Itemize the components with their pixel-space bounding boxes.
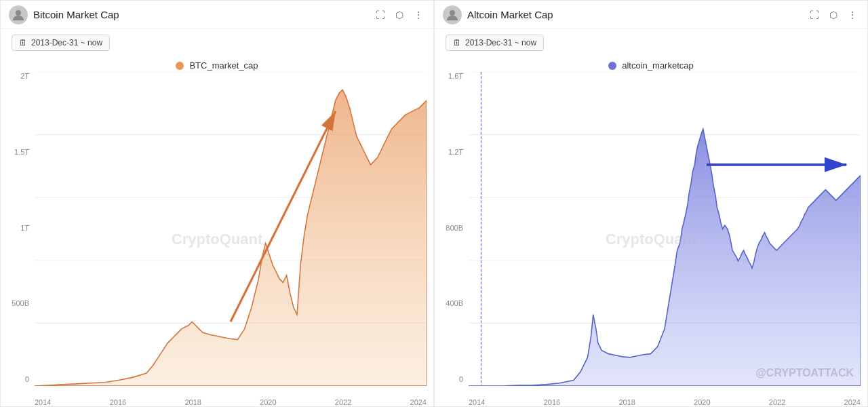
btc-y-2t: 2T xyxy=(1,72,33,80)
btc-x-2016: 2016 xyxy=(110,398,126,406)
altcoin-panel-header: Altcoin Market Cap ⛶ ⬡ ⋮ xyxy=(435,1,867,29)
altcoin-x-2018: 2018 xyxy=(618,398,635,406)
btc-chart-panel: Bitcoin Market Cap ⛶ ⬡ ⋮ 🗓 2013-Dec-31 ~… xyxy=(0,0,434,407)
altcoin-legend-label: altcoin_marketcap xyxy=(622,60,694,71)
btc-date-range-text: 2013-Dec-31 ~ now xyxy=(31,38,102,47)
altcoin-more-icon[interactable]: ⋮ xyxy=(846,8,859,22)
altcoin-x-axis: 2014 2016 2018 2020 2022 2024 xyxy=(469,393,861,406)
altcoin-date-badge[interactable]: 🗓 2013-Dec-31 ~ now xyxy=(446,35,544,51)
svg-point-7 xyxy=(450,10,455,16)
btc-y-0: 0 xyxy=(1,375,33,383)
btc-expand-icon[interactable]: ⛶ xyxy=(374,8,387,22)
btc-header-left: Bitcoin Market Cap xyxy=(9,5,374,24)
altcoin-avatar xyxy=(443,5,462,24)
altcoin-x-2016: 2016 xyxy=(544,398,560,406)
btc-panel-header: Bitcoin Market Cap ⛶ ⬡ ⋮ xyxy=(1,1,433,29)
altcoin-x-2020: 2020 xyxy=(694,398,710,406)
btc-header-actions: ⛶ ⬡ ⋮ xyxy=(374,8,425,22)
btc-x-2024: 2024 xyxy=(410,398,427,406)
altcoin-x-2022: 2022 xyxy=(769,398,785,406)
btc-panel-title: Bitcoin Market Cap xyxy=(33,9,119,20)
altcoin-area-path xyxy=(469,129,861,386)
altcoin-chart-area: 1.6T 1.2T 800B 400B 0 CryptoQuant @CRYPT… xyxy=(435,72,867,406)
altcoin-y-1-2t: 1.2T xyxy=(435,148,467,156)
btc-chart-svg xyxy=(35,72,427,386)
altcoin-y-axis: 1.6T 1.2T 800B 400B 0 xyxy=(435,72,467,386)
btc-x-2018: 2018 xyxy=(184,398,201,406)
altcoin-x-2014: 2014 xyxy=(469,398,485,406)
altcoin-y-1-6t: 1.6T xyxy=(435,72,467,80)
svg-point-0 xyxy=(16,10,21,16)
btc-y-axis: 2T 1.5T 1T 500B 0 xyxy=(1,72,33,386)
btc-y-1-5t: 1.5T xyxy=(1,148,33,156)
btc-x-2014: 2014 xyxy=(35,398,51,406)
altcoin-panel-title: Altcoin Market Cap xyxy=(467,9,553,20)
altcoin-chart-panel: Altcoin Market Cap ⛶ ⬡ ⋮ 🗓 2013-Dec-31 ~… xyxy=(434,0,868,407)
altcoin-y-400b: 400B xyxy=(435,299,467,307)
altcoin-legend: altcoin_marketcap xyxy=(435,56,867,72)
altcoin-calendar-icon: 🗓 xyxy=(453,38,461,47)
btc-y-1t: 1T xyxy=(1,224,33,232)
altcoin-legend-dot xyxy=(608,62,616,70)
altcoin-header-left: Altcoin Market Cap xyxy=(443,5,808,24)
btc-x-2022: 2022 xyxy=(335,398,351,406)
btc-area-path xyxy=(35,90,427,386)
btc-y-500b: 500B xyxy=(1,299,33,307)
btc-x-axis: 2014 2016 2018 2020 2022 2024 xyxy=(35,393,427,406)
btc-legend-dot xyxy=(176,62,184,70)
btc-legend: BTC_market_cap xyxy=(1,56,433,72)
btc-legend-label: BTC_market_cap xyxy=(189,60,258,71)
altcoin-x-2024: 2024 xyxy=(844,398,861,406)
btc-more-icon[interactable]: ⋮ xyxy=(412,8,425,22)
altcoin-expand-icon[interactable]: ⛶ xyxy=(808,8,821,22)
altcoin-y-800b: 800B xyxy=(435,224,467,232)
btc-avatar xyxy=(9,5,28,24)
btc-calendar-icon: 🗓 xyxy=(19,38,27,47)
altcoin-chart-svg xyxy=(469,72,861,386)
btc-chart-area: 2T 1.5T 1T 500B 0 CryptoQuant xyxy=(1,72,433,406)
btc-date-range-bar: 🗓 2013-Dec-31 ~ now xyxy=(1,29,433,56)
btc-x-2020: 2020 xyxy=(260,398,276,406)
altcoin-date-range-bar: 🗓 2013-Dec-31 ~ now xyxy=(435,29,867,56)
altcoin-date-range-text: 2013-Dec-31 ~ now xyxy=(465,38,536,47)
btc-date-badge[interactable]: 🗓 2013-Dec-31 ~ now xyxy=(12,35,110,51)
altcoin-external-icon[interactable]: ⬡ xyxy=(827,8,840,22)
btc-external-icon[interactable]: ⬡ xyxy=(393,8,406,22)
altcoin-header-actions: ⛶ ⬡ ⋮ xyxy=(808,8,859,22)
altcoin-y-0: 0 xyxy=(435,375,467,383)
